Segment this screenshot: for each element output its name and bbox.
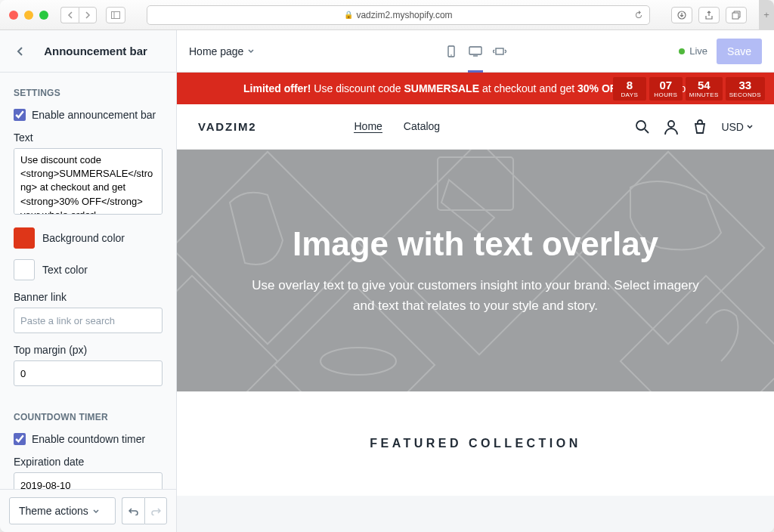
store-logo[interactable]: VADZIM2 xyxy=(198,120,256,133)
sidebar-back-button[interactable] xyxy=(12,44,27,59)
sidebar-title: Announcement bar xyxy=(27,45,164,57)
top-margin-input[interactable] xyxy=(14,360,163,386)
live-dot-icon xyxy=(679,48,685,54)
svg-point-18 xyxy=(320,348,396,375)
live-status: Live xyxy=(679,45,707,57)
featured-title: FEATURED COLLECTION xyxy=(177,437,774,450)
tabs-button[interactable] xyxy=(726,7,747,23)
enable-announcement-input[interactable] xyxy=(14,109,26,121)
editor-topbar: Home page Li xyxy=(177,30,774,73)
countdown-hours: 07 HOURS xyxy=(649,77,683,101)
svg-rect-3 xyxy=(732,13,738,19)
nav-link-catalog[interactable]: Catalog xyxy=(404,120,440,133)
window-close-button[interactable] xyxy=(9,11,18,20)
url-bar[interactable]: 🔒 vadzim2.myshopify.com xyxy=(147,5,650,25)
countdown-days: 8 DAYS xyxy=(613,77,646,101)
browser-actions xyxy=(671,7,747,23)
settings-sidebar: Announcement bar SETTINGS Enable announc… xyxy=(0,30,177,532)
window-maximize-button[interactable] xyxy=(39,11,48,20)
banner-link-label: Banner link xyxy=(14,291,163,303)
currency-selector[interactable]: USD xyxy=(721,121,753,133)
downloads-button[interactable] xyxy=(671,7,692,23)
sidebar-header: Announcement bar xyxy=(0,30,176,73)
svg-rect-14 xyxy=(177,276,277,391)
browser-sidebar-button[interactable] xyxy=(106,7,125,23)
expiration-date-input[interactable] xyxy=(14,472,163,489)
announcement-text-input[interactable] xyxy=(14,148,163,215)
enable-countdown-checkbox[interactable]: Enable countdown timer xyxy=(14,433,163,445)
fullwidth-view-button[interactable] xyxy=(489,41,510,62)
browser-chrome: 🔒 vadzim2.myshopify.com + xyxy=(0,0,774,30)
store-icons: USD xyxy=(635,119,753,135)
announcement-bar[interactable]: Limited offer! Use discount code SUMMERS… xyxy=(177,73,774,104)
cart-icon[interactable] xyxy=(692,119,707,135)
preview-pane: Limited offer! Use discount code SUMMERS… xyxy=(177,73,774,532)
svg-point-8 xyxy=(636,121,646,130)
save-button[interactable]: Save xyxy=(717,39,762,64)
window-minimize-button[interactable] xyxy=(24,11,33,20)
banner-link-input[interactable] xyxy=(14,308,163,333)
top-margin-label: Top margin (px) xyxy=(14,344,163,356)
page-dropdown[interactable]: Home page xyxy=(189,45,254,57)
theme-actions-button[interactable]: Theme actions xyxy=(9,497,116,524)
svg-rect-6 xyxy=(469,47,481,54)
text-color-swatch[interactable] xyxy=(14,259,35,280)
countdown-seconds: 33 SECONDS xyxy=(726,77,765,101)
main-area: Home page Li xyxy=(177,30,774,532)
countdown-timer: 8 DAYS 07 HOURS 54 MINUTES xyxy=(613,77,765,101)
background-color-field[interactable]: Background color xyxy=(14,227,163,249)
back-button[interactable] xyxy=(60,7,79,23)
svg-rect-7 xyxy=(496,48,503,54)
mobile-view-button[interactable] xyxy=(441,41,462,62)
text-label: Text xyxy=(14,131,163,144)
device-switcher xyxy=(441,41,510,62)
share-button[interactable] xyxy=(698,7,720,23)
undo-redo-group xyxy=(122,497,167,524)
hero-section[interactable]: Image with text overlay Use overlay text… xyxy=(177,150,774,391)
browser-nav-buttons xyxy=(60,7,97,23)
expiration-date-label: Expiration date xyxy=(14,456,163,468)
svg-point-5 xyxy=(450,54,452,56)
undo-button[interactable] xyxy=(122,497,144,524)
redo-button[interactable] xyxy=(144,497,167,524)
svg-rect-11 xyxy=(177,152,364,345)
svg-rect-16 xyxy=(621,276,774,391)
enable-countdown-input[interactable] xyxy=(14,433,26,445)
svg-line-9 xyxy=(645,129,649,133)
text-color-field[interactable]: Text color xyxy=(14,259,163,280)
sidebar-footer: Theme actions xyxy=(0,489,176,532)
desktop-view-button[interactable] xyxy=(465,41,486,62)
svg-rect-0 xyxy=(112,11,120,18)
reload-icon[interactable] xyxy=(634,11,643,20)
settings-section-header: SETTINGS xyxy=(0,73,176,109)
url-text: vadzim2.myshopify.com xyxy=(356,10,452,20)
featured-section: FEATURED COLLECTION xyxy=(177,391,774,496)
account-icon[interactable] xyxy=(664,119,679,135)
nav-link-home[interactable]: Home xyxy=(354,120,382,133)
countdown-minutes: 54 MINUTES xyxy=(686,77,723,101)
enable-announcement-checkbox[interactable]: Enable announcement bar xyxy=(14,109,163,121)
lock-icon: 🔒 xyxy=(344,11,353,19)
background-color-swatch[interactable] xyxy=(14,227,35,249)
traffic-lights xyxy=(9,11,48,20)
search-icon[interactable] xyxy=(635,119,650,135)
forward-button[interactable] xyxy=(79,7,97,23)
store-header: VADZIM2 Home Catalog xyxy=(177,104,774,150)
countdown-section-header: COUNTDOWN TIMER xyxy=(0,397,176,433)
store-nav: Home Catalog xyxy=(354,120,440,133)
svg-rect-12 xyxy=(373,150,587,354)
svg-point-10 xyxy=(668,121,674,127)
hero-decorations xyxy=(177,150,774,391)
new-tab-button[interactable]: + xyxy=(759,0,774,30)
